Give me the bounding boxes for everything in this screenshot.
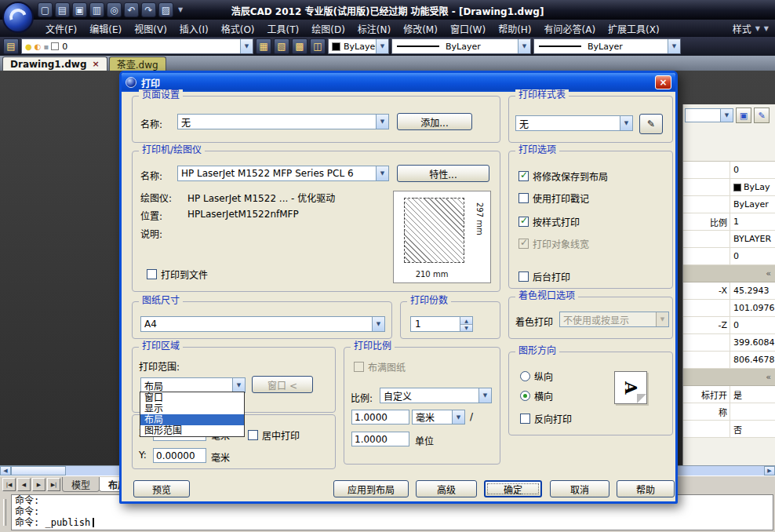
add-button[interactable]: 添加... [397,113,472,130]
command-line[interactable]: 命令: _publish [15,517,770,528]
layer-combo[interactable]: ● ◐ ▪ 0 [21,38,253,54]
property-row[interactable]: 标打开是 [683,386,775,403]
properties-button[interactable]: 特性... [397,165,489,182]
styles-menu[interactable]: 样式 [733,22,775,35]
chevron-down-icon[interactable] [620,116,632,130]
selection-combo[interactable] [685,108,733,122]
linetype-combo[interactable]: ByLayer [391,38,531,54]
new-icon[interactable]: ▢ [38,2,53,17]
plot-with-styles-checkbox[interactable]: 按样式打印 [518,215,580,228]
menu-item-qa[interactable]: 有问必答(A) [538,20,602,37]
menu-item-insert[interactable]: 插入(I) [173,20,215,37]
chevron-down-icon[interactable] [240,39,253,53]
spin-up-icon[interactable] [460,317,472,325]
menu-item-format[interactable]: 格式(O) [215,20,261,37]
chevron-down-icon[interactable] [372,317,384,331]
plot-upside-down-checkbox[interactable]: 反向打印 [520,412,572,425]
printer-combo[interactable]: HP LaserJet M1522 MFP Series PCL 6 [177,166,389,181]
color-combo[interactable]: ByLayer [328,38,389,54]
plot-icon[interactable]: ▥ [89,2,104,17]
menu-item-tools[interactable]: 工具(T) [261,20,306,37]
menu-item-draw[interactable]: 绘图(D) [305,20,351,37]
background-plot-checkbox[interactable]: 后台打印 [518,270,570,283]
undo-icon[interactable]: ↶ [124,2,139,17]
scale-denominator-input[interactable]: 1.0000 [351,432,409,446]
chevron-down-icon[interactable] [518,39,530,53]
first-tab-icon[interactable]: |◀ [2,478,16,491]
menu-item-help[interactable]: 帮助(H) [492,20,537,37]
property-row[interactable]: 否 [683,421,775,438]
close-button[interactable]: × [655,75,671,89]
save-changes-checkbox[interactable]: 将修改保存到布局 [518,169,608,183]
scale-combo[interactable]: 自定义 [380,388,492,403]
properties-icon[interactable]: ◫ [310,38,326,54]
property-row[interactable]: 101.0976 [683,300,775,317]
doc-tab-teapot[interactable]: 茶壶.dwg [109,56,166,71]
landscape-radio[interactable]: 横向 [520,389,553,403]
save-icon[interactable]: ▣ [72,2,87,17]
next-tab-icon[interactable]: ▶ [32,478,45,491]
ok-button[interactable]: 确定 [484,480,542,497]
plot-range-combo[interactable]: 布局 [140,377,246,393]
close-icon[interactable]: × [92,59,99,69]
quick-select-icon[interactable]: ▣ [736,107,751,123]
chevron-down-icon[interactable] [755,25,760,32]
scrollbar-thumb[interactable] [11,466,66,476]
help-button[interactable]: 帮助 [617,480,675,497]
section-header[interactable]: « [683,265,775,282]
chevron-down-icon[interactable] [452,410,464,424]
list-item-layout[interactable]: 布局 [140,414,244,425]
portrait-radio[interactable]: 纵向 [520,370,553,383]
plot-stamp-checkbox[interactable]: 使用打印戳记 [518,191,589,205]
app-logo[interactable] [2,2,34,33]
menu-item-edit[interactable]: 编辑(E) [83,20,128,37]
chevron-down-icon[interactable] [376,166,388,180]
chevron-down-icon[interactable] [764,25,769,32]
scroll-right-icon[interactable] [764,466,775,476]
open-icon[interactable]: ▤ [55,2,70,17]
property-row[interactable]: 0 [683,162,775,179]
select-objects-icon[interactable]: ✎ [754,107,770,123]
preview-button[interactable]: 预览 [133,480,190,497]
prev-tab-icon[interactable]: ◀ [17,478,31,491]
menu-item-express[interactable]: 扩展工具(X) [602,20,666,37]
plot-preview-icon[interactable]: ◎ [107,2,122,17]
property-row[interactable]: ByLayer [683,196,775,213]
y-offset-input[interactable]: 0.00000 [153,448,206,463]
copies-spinner[interactable]: 1 [410,316,473,332]
spin-down-icon[interactable] [460,325,472,332]
page-setup-combo[interactable]: 无 [177,114,389,129]
property-row[interactable]: 0 [683,248,775,265]
paper-size-combo[interactable]: A4 [140,316,385,332]
menu-item-window[interactable]: 窗口(W) [444,20,492,37]
lineweight-combo[interactable]: ByLayer [533,38,681,54]
plot-to-file-checkbox[interactable]: 打印到文件 [147,268,208,281]
doc-tab-drawing1[interactable]: Drawing1.dwg × [2,56,107,71]
dialog-title-bar[interactable]: 打印 × [122,73,675,92]
chevron-down-icon[interactable] [478,388,491,403]
section-header[interactable]: « [683,369,775,386]
property-row[interactable]: 806.4678 [683,352,775,369]
list-item-window[interactable]: 窗口 [140,392,244,403]
redo-icon[interactable]: ↷ [141,2,156,17]
apply-to-layout-button[interactable]: 应用到布局 [333,480,409,497]
menu-item-modify[interactable]: 修改(M) [397,20,444,37]
property-row[interactable]: BYLAYER [683,231,775,248]
cancel-button[interactable]: 取消 [550,480,609,497]
layer-previous-icon[interactable]: ▧ [274,38,289,54]
chevron-down-icon[interactable] [376,39,388,53]
center-plot-checkbox[interactable]: 居中打印 [248,428,300,442]
scroll-left-icon[interactable] [0,466,11,476]
dock-grip[interactable] [3,499,6,526]
scale-numerator-input[interactable]: 1.0000 [351,410,409,425]
menu-item-file[interactable]: 文件(F) [39,20,83,37]
menu-item-dimension[interactable]: 标注(N) [351,20,397,37]
scale-unit-combo[interactable]: 毫米 [412,410,465,425]
tab-model[interactable]: 模型 [62,477,100,492]
advanced-button[interactable]: 高级 [416,480,477,497]
chevron-down-icon[interactable] [376,115,388,129]
publish-icon[interactable]: ▨ [158,2,173,17]
property-row[interactable]: ByLay [683,179,775,196]
layer-manager-icon[interactable]: ▤ [3,38,19,54]
list-item-extents[interactable]: 图形范围 [140,425,244,436]
